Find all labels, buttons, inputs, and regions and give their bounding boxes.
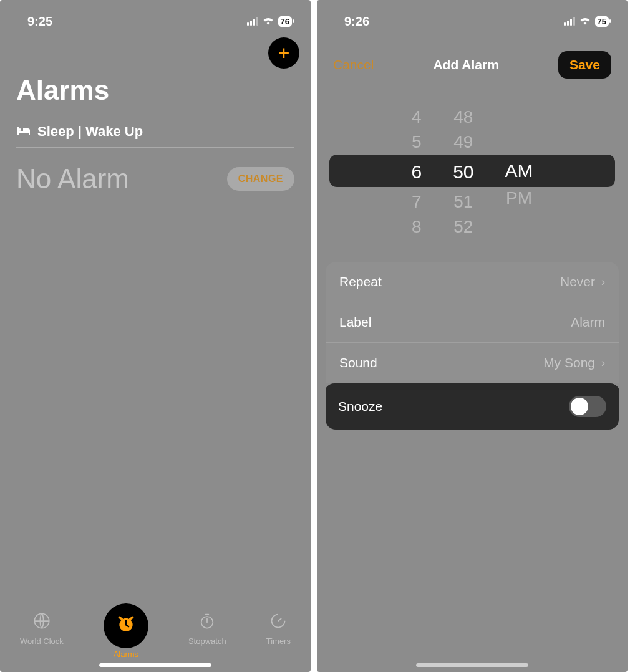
no-alarm-text: No Alarm: [16, 163, 129, 194]
wifi-icon: [579, 15, 591, 28]
modal-header: Cancel Add Alarm Save: [326, 49, 619, 85]
selected-ampm: AM: [505, 155, 533, 187]
tab-alarms[interactable]: Alarms: [104, 612, 148, 659]
sleep-section-label: Sleep | Wake Up: [37, 123, 143, 140]
tab-timers[interactable]: Timers: [266, 612, 291, 646]
battery-indicator: 76: [278, 16, 292, 27]
status-right: 75: [564, 15, 609, 28]
status-right: 76: [247, 15, 292, 28]
chevron-right-icon: ›: [601, 357, 605, 370]
status-bar: 9:26 75: [317, 0, 628, 32]
label-value: Alarm: [571, 315, 605, 330]
selected-hour: 6: [411, 156, 422, 188]
modal-title: Add Alarm: [433, 57, 498, 72]
tab-stopwatch[interactable]: Stopwatch: [188, 612, 226, 646]
snooze-label: Snooze: [338, 399, 382, 414]
snooze-toggle[interactable]: [569, 396, 606, 417]
bed-icon: [16, 123, 31, 140]
add-alarm-button[interactable]: +: [268, 37, 299, 69]
cellular-signal-icon: [564, 17, 575, 26]
alarm-options-list: Repeat Never › Label Alarm Sound My Song…: [326, 262, 619, 430]
battery-indicator: 75: [595, 16, 609, 27]
timer-icon: [269, 612, 287, 634]
add-alarm-modal: Cancel Add Alarm Save 4 5 6 7 8 48 49 50…: [326, 49, 619, 653]
time-picker[interactable]: 4 5 6 7 8 48 49 50 51 52 AM PM: [326, 103, 619, 234]
home-indicator[interactable]: [416, 663, 528, 667]
sleep-alarm-row: No Alarm CHANGE: [16, 152, 294, 211]
globe-icon: [33, 612, 51, 634]
status-bar: 9:25 76: [0, 0, 311, 32]
tab-world-clock[interactable]: World Clock: [20, 612, 64, 646]
repeat-row[interactable]: Repeat Never ›: [326, 262, 619, 302]
wifi-icon: [262, 15, 274, 28]
tab-label: Alarms: [114, 650, 138, 659]
sleep-section-header: Sleep | Wake Up: [16, 123, 294, 148]
label-row[interactable]: Label Alarm: [326, 302, 619, 343]
repeat-value: Never: [560, 274, 595, 289]
tab-bar: World Clock Alarms Stopwatch Timers: [0, 603, 311, 672]
cellular-signal-icon: [247, 17, 258, 26]
cancel-button[interactable]: Cancel: [333, 57, 374, 72]
stopwatch-icon: [198, 612, 216, 634]
status-time: 9:25: [27, 14, 52, 29]
alarm-clock-icon: [116, 614, 136, 638]
home-indicator[interactable]: [99, 663, 211, 667]
snooze-row: Snooze: [326, 383, 619, 430]
sound-value: My Song: [543, 355, 595, 370]
change-sleep-alarm-button[interactable]: CHANGE: [227, 167, 294, 191]
toggle-knob: [571, 398, 588, 415]
tab-label: Stopwatch: [188, 636, 226, 646]
selected-minute: 50: [453, 156, 473, 188]
ampm-wheel[interactable]: AM PM: [505, 103, 533, 234]
save-button[interactable]: Save: [558, 51, 611, 79]
minute-wheel[interactable]: 48 49 50 51 52: [453, 103, 473, 234]
sound-label: Sound: [339, 355, 377, 370]
label-label: Label: [339, 315, 371, 330]
status-time: 9:26: [344, 14, 369, 29]
tab-label: World Clock: [20, 636, 64, 646]
sound-row[interactable]: Sound My Song ›: [326, 343, 619, 383]
page-title: Alarms: [16, 75, 109, 106]
add-alarm-screen: 9:26 75 Cancel Add Alarm Save 4 5 6 7 8: [317, 0, 628, 672]
alarms-list-screen: 9:25 76 + Alarms Sleep | Wake Up No Alar…: [0, 0, 311, 672]
tab-label: Timers: [266, 636, 291, 646]
repeat-label: Repeat: [339, 274, 382, 289]
hour-wheel[interactable]: 4 5 6 7 8: [411, 103, 422, 234]
chevron-right-icon: ›: [601, 276, 605, 289]
